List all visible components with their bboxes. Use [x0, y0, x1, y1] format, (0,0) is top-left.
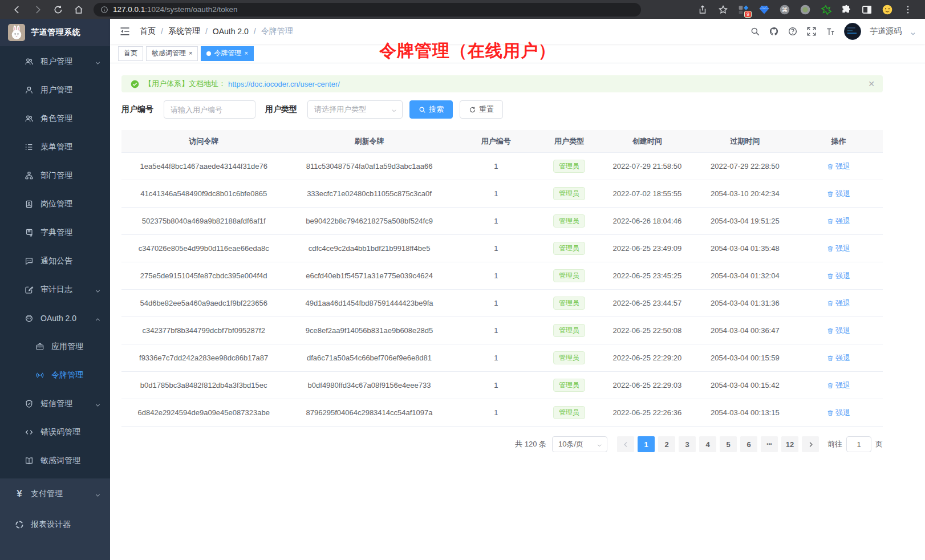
force-logout-button[interactable]: 强退: [827, 380, 850, 391]
close-icon[interactable]: ×: [244, 50, 248, 56]
forward-icon[interactable]: [33, 5, 43, 15]
cell-actions: 强退: [794, 298, 883, 309]
prev-page-button[interactable]: [617, 436, 634, 452]
extension-record-icon[interactable]: [800, 4, 811, 15]
report-icon: [15, 520, 24, 529]
cell-expire-time: 2054-03-04 01:35:48: [696, 244, 795, 253]
site-info-icon[interactable]: [100, 6, 108, 14]
sidebar-item[interactable]: 令牌管理: [0, 361, 110, 389]
goto-page-input[interactable]: [846, 436, 871, 452]
cell-refresh-token: 49d1aa46d1454fbd87591444423be9fa: [286, 299, 452, 307]
sidebar-item[interactable]: 错误码管理: [0, 418, 110, 447]
github-icon[interactable]: [769, 26, 779, 36]
cell-access-token: 41c41346a548490f9dc8b01c6bfe0865: [121, 189, 286, 198]
user-name[interactable]: 芋道源码: [870, 26, 902, 36]
search-icon[interactable]: [750, 26, 760, 36]
force-logout-button[interactable]: 强退: [827, 189, 850, 199]
force-logout-button[interactable]: 强退: [827, 244, 850, 254]
sidebar-item[interactable]: 应用管理: [0, 332, 110, 361]
page-size-select[interactable]: 10条/页: [552, 436, 607, 452]
cell-actions: 强退: [794, 353, 883, 363]
reload-icon[interactable]: [53, 5, 63, 15]
page-button[interactable]: 12: [781, 436, 798, 452]
next-page-button[interactable]: [802, 436, 819, 452]
force-logout-button[interactable]: 强退: [827, 271, 850, 281]
side-panel-icon[interactable]: [861, 4, 873, 15]
force-logout-button[interactable]: 强退: [827, 326, 850, 336]
cell-user-type: 管理员: [539, 187, 599, 200]
more-pages-button[interactable]: •••: [761, 436, 778, 452]
user-avatar[interactable]: [844, 23, 861, 40]
sidebar-item[interactable]: 敏感词管理: [0, 447, 110, 475]
reset-button[interactable]: 重置: [460, 100, 503, 119]
browser-menu-icon[interactable]: [903, 5, 913, 15]
extension-green-star-icon[interactable]: [820, 4, 831, 15]
search-button[interactable]: 搜索: [409, 100, 453, 119]
cell-expire-time: 2054-03-10 20:42:34: [696, 189, 795, 198]
force-logout-button[interactable]: 强退: [827, 216, 850, 226]
table-body: 1ea5e44f8bc1467aaede43144f31de76811c5304…: [121, 153, 883, 427]
page-button[interactable]: 4: [699, 436, 716, 452]
font-size-icon[interactable]: [825, 26, 835, 36]
cell-user-type: 管理员: [539, 214, 599, 228]
bookmark-star-icon[interactable]: [718, 5, 728, 15]
trash-icon: [827, 300, 834, 307]
fullscreen-icon[interactable]: [806, 26, 817, 36]
cell-expire-time: 2054-03-04 00:13:15: [696, 408, 795, 417]
extensions-puzzle-icon[interactable]: [841, 4, 852, 15]
sidebar-item[interactable]: OAuth 2.0: [0, 304, 110, 332]
help-icon[interactable]: [788, 26, 798, 36]
sidebar-item[interactable]: 岗位管理: [0, 190, 110, 218]
tree-icon: [25, 143, 34, 152]
page-button[interactable]: 6: [740, 436, 757, 452]
force-logout-button[interactable]: 强退: [827, 161, 850, 172]
sidebar-item[interactable]: 报表设计器: [0, 509, 110, 540]
cell-actions: 强退: [794, 161, 883, 172]
page-button[interactable]: 2: [658, 436, 675, 452]
alert-doc-link[interactable]: https://doc.iocoder.cn/user-center/: [228, 80, 340, 88]
page-button[interactable]: 3: [679, 436, 696, 452]
alert-close-icon[interactable]: ✕: [868, 79, 875, 88]
force-logout-button[interactable]: 强退: [827, 298, 850, 309]
force-logout-button[interactable]: 强退: [827, 408, 850, 418]
table-row: c347026e805e4d99b0d116eae66eda8ccdfc4ce9…: [121, 235, 883, 262]
sidebar-item[interactable]: ¥支付管理: [0, 478, 110, 509]
sidebar-item[interactable]: 字典管理: [0, 218, 110, 247]
page-button[interactable]: 1: [638, 436, 655, 452]
share-icon[interactable]: [697, 5, 708, 15]
collapse-sidebar-icon[interactable]: [119, 26, 131, 37]
cell-refresh-token: cdfc4ce9c2da4bb1bdf21b9918ff4be5: [286, 244, 452, 253]
sidebar-item-label: 角色管理: [40, 113, 72, 124]
extension-tampermonkey-icon[interactable]: 9: [738, 4, 749, 15]
cell-actions: 强退: [794, 244, 883, 254]
tab[interactable]: 首页: [118, 46, 143, 61]
extension-gem-icon[interactable]: [758, 4, 770, 15]
user-type-select[interactable]: 请选择用户类型: [307, 100, 403, 119]
user-id-input[interactable]: [164, 100, 255, 119]
page-button[interactable]: 5: [720, 436, 737, 452]
force-logout-button[interactable]: 强退: [827, 353, 850, 363]
sidebar-item[interactable]: 租户管理: [0, 47, 110, 76]
profile-avatar-icon[interactable]: [882, 4, 893, 15]
breadcrumb-item[interactable]: OAuth 2.0: [213, 27, 249, 36]
chevron-down-icon[interactable]: [910, 29, 916, 34]
extension-command-icon[interactable]: ⌘: [779, 4, 790, 15]
trash-icon: [827, 409, 834, 416]
breadcrumb-item[interactable]: 系统管理: [168, 26, 200, 36]
sidebar-item[interactable]: 短信管理: [0, 389, 110, 418]
sidebar-item[interactable]: 审计日志: [0, 275, 110, 304]
url-bar[interactable]: 127.0.0.1:1024/system/oauth2/token: [94, 3, 641, 17]
sidebar-item[interactable]: 菜单管理: [0, 133, 110, 161]
tab[interactable]: 令牌管理×: [201, 46, 253, 61]
sidebar-item[interactable]: 用户管理: [0, 76, 110, 104]
sidebar-item[interactable]: 角色管理: [0, 104, 110, 133]
tab[interactable]: 敏感词管理×: [146, 46, 198, 61]
close-icon[interactable]: ×: [189, 50, 192, 56]
home-icon[interactable]: [74, 5, 84, 15]
breadcrumb-item[interactable]: 首页: [140, 26, 156, 36]
cell-access-token: b0d1785bc3a8482f812db4a3f3bd15ec: [121, 381, 286, 389]
sidebar-item[interactable]: 通知公告: [0, 247, 110, 275]
back-icon[interactable]: [12, 5, 22, 15]
logo[interactable]: 芋道管理系统: [0, 19, 110, 46]
sidebar-item[interactable]: 部门管理: [0, 161, 110, 190]
